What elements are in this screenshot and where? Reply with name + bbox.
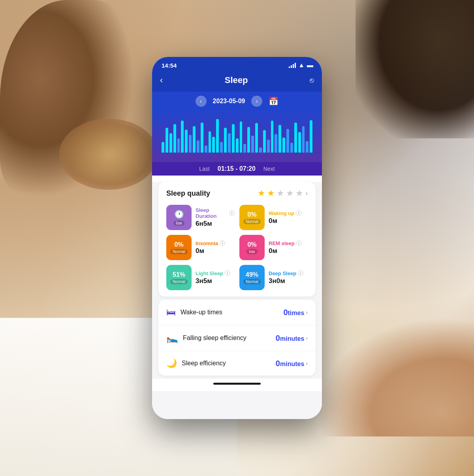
waking-up-badge-label: Normal — [243, 219, 261, 224]
deep-sleep-value: 3н0м — [269, 277, 303, 285]
insomnia-badge-label: Normal — [170, 249, 188, 254]
app-header: ‹ Sleep ⎋ — [152, 72, 322, 92]
star-2: ★ — [267, 188, 275, 198]
falling-sleep-unit: minutes — [280, 335, 304, 342]
waking-up-info: Waking up i 0м — [269, 210, 301, 225]
sleep-efficiency-label: Sleep efficiency — [182, 360, 226, 367]
prev-date-button[interactable]: ‹ — [196, 96, 207, 107]
sleep-quality-card: Sleep quality ★ ★ ★ ★ ★ › 🕐 — [158, 182, 316, 297]
list-item-wakeup[interactable]: 🛏 Wake-up times 0times › — [158, 300, 316, 325]
deep-sleep-info-icon: i — [298, 270, 303, 276]
sleep-chart — [152, 111, 322, 162]
deep-sleep-badge: 49% Normal — [239, 265, 265, 290]
rem-sleep-info-icon: i — [296, 240, 302, 246]
deep-sleep-badge-label: Normal — [243, 279, 261, 284]
rem-sleep-pct: 0% — [247, 241, 256, 248]
sleep-duration-info-icon: i — [229, 210, 235, 216]
battery-icon: ▬ — [307, 62, 312, 69]
sleep-list-card: 🛏 Wake-up times 0times › 🛌 Falling sleep… — [158, 300, 316, 376]
light-sleep-value: 3н5м — [196, 277, 230, 285]
signal-icon — [289, 62, 296, 68]
light-sleep-pct: 51% — [173, 271, 185, 278]
wakeup-unit: times — [288, 310, 305, 316]
metric-rem-sleep: 0% low REM sleep i 0м — [239, 235, 308, 260]
waking-up-value: 0м — [269, 217, 301, 225]
home-indicator — [152, 379, 322, 391]
quality-chevron[interactable]: › — [306, 190, 308, 197]
wakeup-chevron: › — [306, 309, 308, 315]
sleep-efficiency-value-container: 0minutes › — [276, 359, 308, 368]
wakeup-icon: 🛏 — [166, 307, 176, 318]
waking-up-badge: 0% Normal — [239, 205, 265, 230]
falling-sleep-number: 0 — [276, 334, 280, 342]
wakeup-value: 0times — [283, 308, 304, 317]
wifi-icon: ▲ — [298, 62, 305, 69]
metric-sleep-duration: 🕐 low Sleep Duration i 6н5м — [166, 205, 235, 230]
sleep-bars — [160, 117, 314, 153]
insomnia-value: 0м — [196, 247, 225, 255]
sleep-efficiency-unit: minutes — [280, 361, 304, 367]
sleep-efficiency-value: 0minutes — [276, 359, 304, 368]
wakeup-label: Wake-up times — [181, 309, 222, 316]
share-button[interactable]: ⎋ — [310, 76, 314, 85]
insomnia-name: Insomnia i — [196, 240, 225, 246]
rem-sleep-badge-label: low — [246, 249, 257, 254]
sleep-duration-name: Sleep Duration i — [196, 207, 235, 219]
next-date-button[interactable]: › — [251, 96, 262, 107]
status-time: 14:54 — [162, 62, 177, 69]
clock-icon: 🕐 — [174, 210, 184, 219]
metric-deep-sleep: 49% Normal Deep Sleep i 3н0м — [239, 265, 308, 290]
waking-up-pct: 0% — [247, 211, 256, 218]
star-4: ★ — [286, 188, 294, 198]
wakeup-value-container: 0times › — [283, 308, 308, 317]
falling-sleep-icon: 🛌 — [166, 332, 178, 344]
falling-sleep-item-left: 🛌 Falling sleep efficiency — [166, 332, 246, 344]
metric-light-sleep: 51% Normal Light Sleep i 3н5м — [166, 265, 235, 290]
light-sleep-info-icon: i — [225, 270, 230, 276]
sleep-efficiency-icon: 🌙 — [166, 358, 177, 368]
star-1: ★ — [258, 188, 265, 198]
sleep-efficiency-item-left: 🌙 Sleep efficiency — [166, 358, 226, 368]
date-navigation: ‹ 2023-05-09 › 📅 — [152, 92, 322, 111]
sleep-duration-badge: 🕐 low — [166, 205, 192, 230]
waking-up-info-icon: i — [296, 210, 301, 216]
phone-frame: 14:54 ▲ ▬ ‹ Sleep ⎋ ‹ 2023-05-09 › 📅 — [152, 57, 322, 419]
sleep-efficiency-number: 0 — [276, 359, 280, 368]
deep-sleep-pct: 49% — [246, 271, 258, 278]
rem-sleep-info: REM sleep i 0м — [269, 240, 302, 255]
metrics-grid: 🕐 low Sleep Duration i 6н5м 0% — [166, 205, 308, 290]
insomnia-info-icon: i — [220, 240, 225, 246]
sleep-duration-info: Sleep Duration i 6н5м — [196, 207, 235, 228]
light-sleep-badge-label: Normal — [170, 279, 188, 284]
next-label: Next — [263, 166, 275, 172]
insomnia-badge: 0% Normal — [166, 235, 192, 260]
metric-insomnia: 0% Normal Insomnia i 0м — [166, 235, 235, 260]
star-5: ★ — [295, 188, 303, 198]
light-sleep-name: Light Sleep i — [196, 270, 230, 276]
light-sleep-info: Light Sleep i 3н5м — [196, 270, 230, 285]
stars-rating: ★ ★ ★ ★ ★ — [258, 188, 303, 198]
rem-sleep-badge: 0% low — [239, 235, 265, 260]
falling-sleep-label: Falling sleep efficiency — [183, 334, 246, 342]
deep-sleep-info: Deep Sleep i 3н0м — [269, 270, 303, 285]
falling-sleep-value: 0minutes — [276, 334, 304, 343]
last-label: Last — [199, 166, 209, 172]
back-button[interactable]: ‹ — [160, 75, 163, 85]
sleep-efficiency-chevron: › — [306, 360, 308, 366]
list-item-falling-sleep[interactable]: 🛌 Falling sleep efficiency 0minutes › — [158, 325, 316, 351]
sleep-duration-badge-label: low — [173, 221, 184, 226]
insomnia-pct: 0% — [174, 241, 183, 248]
waking-up-name: Waking up i — [269, 210, 301, 216]
sleep-quality-header: Sleep quality ★ ★ ★ ★ ★ › — [166, 188, 308, 198]
deep-sleep-name: Deep Sleep i — [269, 270, 303, 276]
calendar-button[interactable]: 📅 — [269, 96, 278, 106]
falling-sleep-value-container: 0minutes › — [276, 334, 308, 343]
main-content: Sleep quality ★ ★ ★ ★ ★ › 🕐 — [152, 182, 322, 419]
wakeup-item-left: 🛏 Wake-up times — [166, 307, 222, 318]
falling-sleep-chevron: › — [306, 335, 308, 341]
light-sleep-badge: 51% Normal — [166, 265, 192, 290]
time-range-bar: Last 01:15 - 07:20 Next — [152, 162, 322, 176]
list-item-sleep-efficiency[interactable]: 🌙 Sleep efficiency 0minutes › — [158, 351, 316, 376]
sleep-quality-title: Sleep quality — [166, 189, 210, 198]
date-display: 2023-05-09 — [213, 98, 245, 105]
